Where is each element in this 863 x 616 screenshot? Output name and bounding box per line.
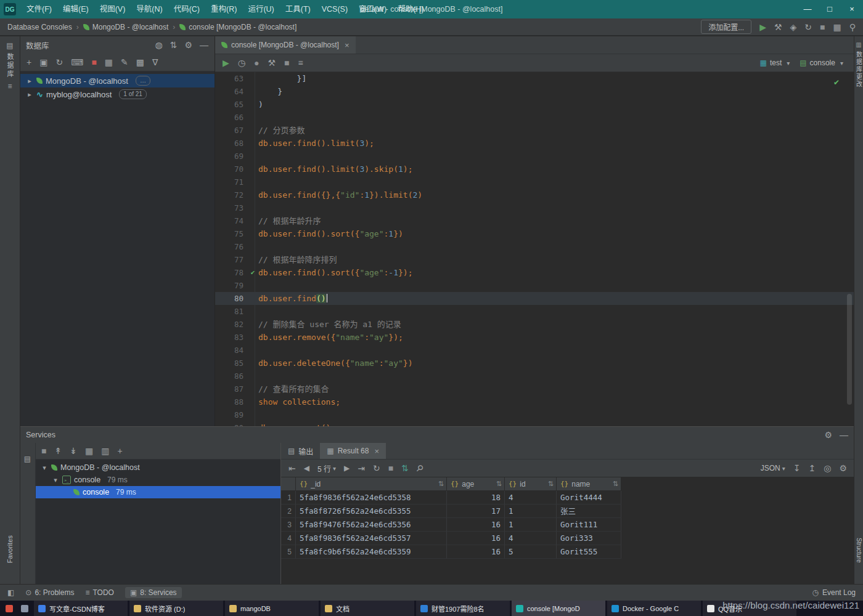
code-line-90[interactable]: 90db.user.count();	[215, 421, 854, 426]
minimize-button[interactable]: —	[796, 0, 819, 18]
code-line-83[interactable]: 83db.user.remove({"name":"ay"});	[215, 331, 854, 344]
edit-icon[interactable]: ✎	[121, 58, 128, 67]
code-line-66[interactable]: 66	[215, 111, 854, 124]
tool-window-button-database-changes[interactable]: ▥ 数据库更改	[854, 41, 863, 88]
schema-selector[interactable]: ▦ test	[760, 59, 790, 67]
chevron-icon[interactable]: ▸	[26, 91, 33, 99]
sort-icon[interactable]: ⇅	[438, 480, 444, 488]
taskbar-item[interactable]	[3, 601, 17, 616]
cell-id[interactable]: 5	[505, 545, 557, 559]
services-view-icon[interactable]: ▤	[24, 455, 31, 463]
column-header-name[interactable]: {}name⇅	[557, 477, 621, 491]
taskbar-item[interactable]: 写文章-CSDN博客	[34, 601, 128, 616]
services-tree-row[interactable]: ▾MongoDB - @localhost	[36, 461, 280, 474]
refresh-icon[interactable]: ↻	[55, 58, 63, 67]
stop-icon[interactable]: ■	[284, 59, 289, 67]
settings-gear-icon[interactable]: ⚙	[839, 464, 847, 472]
code-line-78[interactable]: 78✔db.user.find().sort({"age":-1});	[215, 266, 854, 279]
code-line-81[interactable]: 81	[215, 305, 854, 318]
tool-window-toggler-icon[interactable]: ◧	[7, 589, 14, 596]
cell-name[interactable]: Gori333	[557, 532, 621, 545]
record-icon[interactable]: ●	[254, 59, 259, 67]
code-line-72[interactable]: 72db.user.find({},{"id":1}).limit(2)	[215, 188, 854, 201]
close-icon[interactable]: ×	[345, 41, 350, 50]
table-row[interactable]: 35fa8f9476f562a24e6cd5356161Gorit111	[281, 518, 854, 532]
cell-age[interactable]: 16	[447, 532, 505, 545]
code-line-74[interactable]: 74// 根据年龄升序	[215, 214, 854, 227]
cell-name[interactable]: Gorit4444	[557, 491, 621, 505]
taskbar-item[interactable]: QQ音乐	[703, 601, 796, 616]
close-icon[interactable]: ×	[374, 447, 379, 456]
menu-item[interactable]: 重构(R)	[205, 0, 242, 18]
pin-tab-icon[interactable]: ⚲	[414, 463, 425, 473]
code-line-71[interactable]: 71	[215, 176, 854, 188]
run-icon[interactable]: ▶	[759, 23, 766, 31]
chevron-icon[interactable]: ▾	[52, 476, 59, 484]
jump-to-console-icon[interactable]: ⌨	[71, 58, 83, 67]
menu-item[interactable]: 编辑(E)	[57, 0, 94, 18]
table-row[interactable]: 55fa8fc9b6f562a24e6cd5359165Gorit555	[281, 545, 854, 559]
column-header-id[interactable]: {}id⇅	[505, 477, 557, 491]
taskbar-item[interactable]: 文档	[321, 601, 414, 616]
code-line-87[interactable]: 87// 查看所有的集合	[215, 383, 854, 395]
menu-lines-icon[interactable]: ≡	[298, 59, 303, 67]
cell-name[interactable]: Gorit555	[557, 545, 621, 559]
group-by-icon[interactable]: ▦	[85, 447, 93, 455]
stop-icon[interactable]: ■	[388, 464, 393, 472]
settings-wrench-icon[interactable]: ⚒	[268, 59, 276, 67]
reload-page-icon[interactable]: ↻	[373, 464, 380, 472]
cell-age[interactable]: 17	[447, 505, 505, 518]
settings-gear-icon[interactable]: ⚙	[824, 431, 832, 439]
view-eye-icon[interactable]: ◎	[824, 464, 831, 472]
table-row[interactable]: 45fa8f9836f562a24e6cd5357164Gori333	[281, 532, 854, 545]
code-line-89[interactable]: 89	[215, 408, 854, 421]
menu-item[interactable]: 导航(N)	[131, 0, 168, 18]
taskbar-item[interactable]: Docker - Google C	[607, 601, 701, 616]
chevron-icon[interactable]: ▾	[41, 464, 48, 472]
code-line-84[interactable]: 84	[215, 344, 854, 357]
table-icon[interactable]: ▦	[105, 58, 113, 67]
sort-icon[interactable]: ⇅	[496, 480, 502, 488]
column-header-age[interactable]: {}age⇅	[447, 477, 505, 491]
maximize-button[interactable]: □	[819, 0, 841, 18]
last-page-icon[interactable]: ⇥	[358, 464, 365, 472]
code-line-69[interactable]: 69	[215, 150, 854, 163]
code-line-80[interactable]: 80db.user.find()	[215, 292, 854, 305]
first-page-icon[interactable]: ⇤	[288, 464, 296, 472]
code-line-88[interactable]: 88show collections;	[215, 395, 854, 408]
taskbar-item[interactable]: 财管1907需险8名	[416, 601, 510, 616]
previous-page-icon[interactable]: ◀	[304, 464, 309, 472]
debug-icon[interactable]: ⚒	[774, 23, 782, 31]
code-line-67[interactable]: 67// 分页参数	[215, 124, 854, 137]
chevron-icon[interactable]: ▸	[26, 77, 33, 85]
cell-id[interactable]: 1	[505, 518, 557, 532]
cell-age[interactable]: 16	[447, 518, 505, 532]
statusbar-todo[interactable]: ≡TODO	[85, 588, 113, 597]
layout-icon[interactable]: ▦	[833, 23, 841, 31]
settings-gear-icon[interactable]: ⚙	[184, 41, 192, 49]
tool-window-button-database[interactable]: ▤ 数据库 ≡	[0, 41, 20, 91]
run-icon[interactable]: ▶	[223, 59, 229, 67]
diagram-icon[interactable]: ▩	[136, 58, 144, 67]
add-service-icon[interactable]: +	[117, 447, 122, 455]
import-upload-icon[interactable]: ↥	[808, 464, 816, 472]
code-line-75[interactable]: 75db.user.find().sort({"age":1})	[215, 227, 854, 240]
taskbar-item[interactable]	[18, 601, 32, 616]
breadcrumb-item[interactable]: console [MongoDB - @localhost]	[179, 23, 297, 31]
code-line-85[interactable]: 85db.user.deleteOne({"name":"ay"})	[215, 357, 854, 370]
event-log-button[interactable]: ◷ Event Log	[812, 588, 856, 597]
rerun-icon[interactable]: ↻	[804, 23, 812, 31]
stop-icon[interactable]: ■	[41, 447, 46, 455]
stop-icon[interactable]: ■	[820, 23, 825, 31]
code-line-70[interactable]: 70db.user.find().limit(3).skip(1);	[215, 163, 854, 176]
cell-name[interactable]: Gorit111	[557, 518, 621, 532]
hide-panel-icon[interactable]: —	[200, 41, 208, 49]
filter-icon[interactable]: ∇	[152, 58, 158, 67]
coverage-icon[interactable]: ◈	[790, 23, 797, 31]
column-header-_id[interactable]: {}_id⇅	[296, 477, 447, 491]
table-row[interactable]: 25fa8f8726f562a24e6cd5355171张三	[281, 505, 854, 518]
add-configuration-button[interactable]: 添加配置...	[701, 20, 751, 34]
menu-item[interactable]: VCS(S)	[316, 0, 353, 18]
menu-item[interactable]: 代码(C)	[168, 0, 205, 18]
cell-age[interactable]: 16	[447, 545, 505, 559]
